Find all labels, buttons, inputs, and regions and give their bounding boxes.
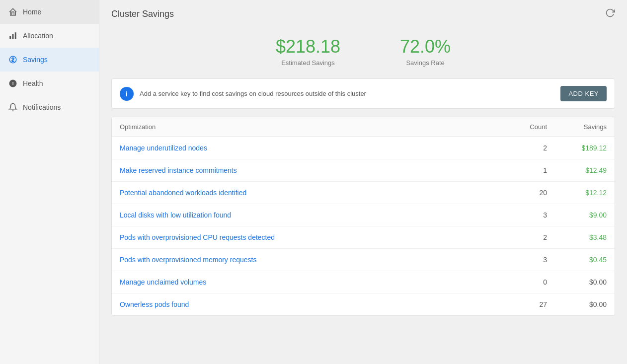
svg-rect-1 [12, 34, 14, 39]
main-content: Cluster Savings $218.18 Estimated Saving… [99, 0, 627, 364]
alert-icon: ! [8, 78, 18, 88]
row-savings: $9.00 [547, 211, 607, 219]
row-count: 0 [487, 278, 547, 286]
header: Cluster Savings [99, 0, 627, 28]
table-row: Make reserved instance commitments 1 $12… [112, 159, 615, 182]
sidebar: Home Allocation Savings ! Health [0, 0, 99, 364]
optimization-link[interactable]: Pods with overprovisioned memory request… [120, 256, 487, 264]
table-row: Manage unclaimed volumes 0 $0.00 [112, 271, 615, 293]
col-savings: Savings [547, 123, 607, 131]
sidebar-item-allocation[interactable]: Allocation [0, 24, 99, 48]
row-savings: $0.45 [547, 256, 607, 264]
banner-text: Add a service key to find cost savings o… [140, 90, 554, 97]
content-area: i Add a service key to find cost savings… [99, 78, 627, 364]
optimization-link[interactable]: Potential abandoned workloads identified [120, 189, 487, 197]
estimated-savings-stat: $218.18 Estimated Savings [276, 36, 340, 67]
row-savings: $0.00 [547, 300, 607, 308]
optimization-link[interactable]: Pods with overprovisioned CPU requests d… [120, 233, 487, 241]
sidebar-item-savings[interactable]: Savings [0, 48, 99, 72]
estimated-savings-label: Estimated Savings [276, 59, 340, 67]
savings-rate-label: Savings Rate [400, 59, 451, 67]
sidebar-item-savings-label: Savings [23, 56, 48, 64]
row-count: 2 [487, 233, 547, 241]
sidebar-item-health-label: Health [23, 79, 43, 87]
sidebar-item-home[interactable]: Home [0, 0, 99, 24]
sidebar-item-allocation-label: Allocation [23, 32, 53, 40]
sidebar-item-notifications-label: Notifications [23, 103, 61, 111]
optimizations-table: Optimization Count Savings Manage underu… [111, 117, 615, 316]
row-savings: $0.00 [547, 278, 607, 286]
table-body: Manage underutilized nodes 2 $189.12 Mak… [112, 137, 615, 315]
svg-text:!: ! [12, 80, 13, 86]
row-savings: $189.12 [547, 144, 607, 152]
home-icon [8, 7, 18, 17]
row-savings: $3.48 [547, 233, 607, 241]
col-count: Count [487, 123, 547, 131]
optimization-link[interactable]: Ownerless pods found [120, 300, 487, 308]
savings-rate-stat: 72.0% Savings Rate [400, 36, 451, 67]
optimization-link[interactable]: Manage underutilized nodes [120, 144, 487, 152]
svg-rect-2 [15, 32, 16, 39]
row-count: 27 [487, 300, 547, 308]
bar-chart-icon [8, 31, 18, 41]
dollar-icon [8, 55, 18, 65]
row-count: 3 [487, 211, 547, 219]
table-header: Optimization Count Savings [112, 117, 615, 137]
page-title: Cluster Savings [111, 9, 174, 19]
col-optimization: Optimization [120, 123, 487, 131]
sidebar-item-health[interactable]: ! Health [0, 72, 99, 95]
optimization-link[interactable]: Manage unclaimed volumes [120, 278, 487, 286]
table-row: Pods with overprovisioned CPU requests d… [112, 226, 615, 249]
estimated-savings-value: $218.18 [276, 36, 340, 57]
table-row: Potential abandoned workloads identified… [112, 182, 615, 204]
row-count: 1 [487, 166, 547, 174]
stats-row: $218.18 Estimated Savings 72.0% Savings … [99, 28, 627, 78]
refresh-button[interactable] [605, 8, 615, 20]
row-savings: $12.12 [547, 189, 607, 197]
sidebar-item-notifications[interactable]: Notifications [0, 95, 99, 119]
optimization-link[interactable]: Make reserved instance commitments [120, 166, 487, 174]
table-row: Ownerless pods found 27 $0.00 [112, 293, 615, 315]
optimization-link[interactable]: Local disks with low utilization found [120, 211, 487, 219]
row-count: 3 [487, 256, 547, 264]
svg-rect-0 [9, 36, 11, 39]
row-savings: $12.49 [547, 166, 607, 174]
add-key-button[interactable]: ADD KEY [560, 86, 607, 101]
row-count: 2 [487, 144, 547, 152]
table-row: Local disks with low utilization found 3… [112, 204, 615, 226]
table-row: Manage underutilized nodes 2 $189.12 [112, 137, 615, 159]
savings-rate-value: 72.0% [400, 36, 451, 57]
row-count: 20 [487, 189, 547, 197]
info-icon: i [120, 87, 134, 101]
bell-icon [8, 102, 18, 112]
table-row: Pods with overprovisioned memory request… [112, 249, 615, 271]
sidebar-item-home-label: Home [23, 8, 41, 16]
info-banner: i Add a service key to find cost savings… [111, 78, 615, 109]
